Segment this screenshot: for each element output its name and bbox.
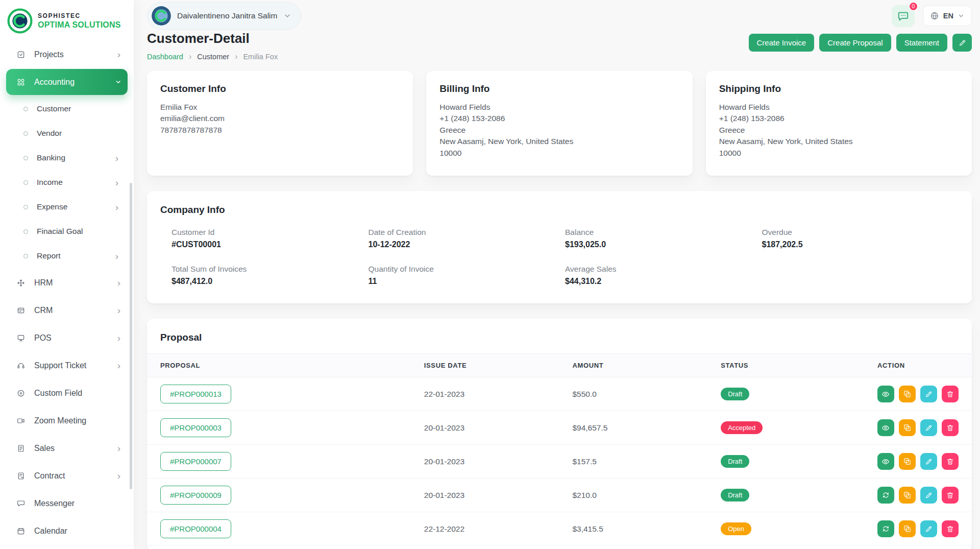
delete-button[interactable] (942, 520, 959, 537)
accounting-icon (15, 78, 27, 86)
breadcrumb-item-dashboard[interactable]: Dashboard (147, 53, 183, 61)
sidebar-item-contract[interactable]: Contract› (6, 463, 128, 489)
statement-button[interactable]: Statement (896, 34, 947, 52)
delete-button[interactable] (942, 453, 959, 470)
notification-badge: 0 (909, 2, 918, 11)
issue-date-cell: 20-01-2023 (411, 411, 559, 445)
sidebar-subitem-expense[interactable]: Expense› (0, 195, 134, 219)
chevron-down-icon (283, 12, 291, 20)
edit-button[interactable] (920, 520, 937, 537)
brand[interactable]: SOPHISTEC OPTIMA SOLUTIONS (0, 0, 134, 40)
sidebar-nav: Projects›Accounting›CustomerVendorBankin… (0, 41, 134, 544)
sidebar-item-hrm[interactable]: HRM› (6, 270, 128, 296)
pencil-icon (959, 39, 966, 46)
column-header-action: ACTION (864, 354, 972, 377)
field-value: $193,025.0 (565, 240, 762, 249)
sidebar-subitem-vendor[interactable]: Vendor (0, 121, 134, 146)
sidebar-subitem-finacial-goal[interactable]: Finacial Goal (0, 219, 134, 244)
sidebar-scrollbar[interactable] (130, 183, 132, 489)
main-content: Daivalentineno Janitra Salim 0 (134, 0, 980, 549)
convert-button[interactable] (877, 487, 894, 504)
sidebar-item-calendar[interactable]: Calendar (6, 518, 128, 544)
chevron-right-icon: › (117, 278, 120, 288)
globe-icon (930, 11, 939, 20)
page-header-left: Customer-Detail Dashboard›Customer›Emili… (147, 31, 278, 61)
sidebar-item-custom-field[interactable]: Custom Field (6, 380, 128, 406)
info-line: New Aasamj, New York, United States (719, 136, 959, 147)
issue-date-cell: 20-01-2023 (411, 445, 559, 479)
user-selector[interactable]: Daivalentineno Janitra Salim (147, 2, 301, 30)
proposal-table-header-row: PROPOSALISSUE DATEAMOUNTSTATUSACTION (147, 354, 972, 377)
nav-label: Messenger (34, 499, 75, 508)
nav-label: Finacial Goal (37, 227, 83, 236)
eye-icon (881, 390, 890, 398)
company-field-date-of-creation: Date of Creation10-12-2022 (369, 228, 566, 249)
view-button[interactable] (877, 386, 894, 402)
proposal-link-prop000004[interactable]: #PROP000004 (160, 519, 231, 538)
info-line: Howard Fields (439, 102, 679, 112)
nav-label: CRM (34, 306, 53, 315)
create-proposal-button[interactable]: Create Proposal (819, 34, 891, 52)
amount-cell: $94,657.5 (559, 411, 707, 445)
info-line: 78787878787878 (160, 125, 400, 135)
proposal-id-cell: #PROP000003 (147, 411, 411, 445)
view-button[interactable] (877, 453, 894, 470)
chevron-down-icon (958, 12, 965, 19)
sidebar-item-pos[interactable]: POS› (6, 325, 128, 351)
proposal-link-prop000007[interactable]: #PROP000007 (160, 452, 231, 471)
sidebar-subitem-customer[interactable]: Customer (0, 97, 134, 121)
chevron-right-icon: › (117, 50, 120, 59)
support-ticket-icon (15, 362, 27, 370)
sidebar-subitem-income[interactable]: Income› (0, 170, 134, 195)
delete-button[interactable] (942, 419, 959, 436)
create-invoice-button[interactable]: Create Invoice (749, 34, 815, 52)
company-field-total-sum-of-invoices: Total Sum of Invoices$487,412.0 (172, 265, 369, 286)
action-cell (864, 512, 972, 546)
sidebar: SOPHISTEC OPTIMA SOLUTIONS Projects›Acco… (0, 0, 134, 549)
duplicate-button[interactable] (899, 386, 916, 402)
duplicate-button[interactable] (899, 453, 916, 470)
sidebar-subitem-report[interactable]: Report› (0, 244, 134, 268)
row-actions (877, 453, 959, 470)
sidebar-item-sales[interactable]: Sales› (6, 435, 128, 461)
company-grid: Customer Id#CUST00001Date of Creation10-… (160, 228, 959, 286)
sidebar-item-projects[interactable]: Projects› (6, 41, 128, 67)
edit-button[interactable] (920, 453, 937, 470)
amount-cell: $550.0 (559, 377, 707, 411)
proposal-link-prop000009[interactable]: #PROP000009 (160, 486, 231, 505)
duplicate-button[interactable] (899, 520, 916, 537)
language-selector[interactable]: EN (923, 6, 972, 26)
proposal-id-cell: #PROP000007 (147, 445, 411, 479)
field-label: Balance (565, 228, 762, 237)
convert-button[interactable] (877, 520, 894, 537)
proposal-link-prop000003[interactable]: #PROP000003 (160, 418, 231, 437)
sidebar-item-support-ticket[interactable]: Support Ticket› (6, 352, 128, 378)
breadcrumb-item-emilia-fox: Emilia Fox (243, 53, 278, 61)
chevron-down-icon: › (114, 80, 124, 83)
edit-button[interactable] (920, 487, 937, 504)
row-actions (877, 520, 959, 537)
sidebar-item-accounting[interactable]: Accounting› (6, 69, 128, 95)
brand-text: SOPHISTEC OPTIMA SOLUTIONS (38, 12, 121, 30)
edit-button[interactable] (920, 386, 937, 402)
table-row: #PROP00000320-01-2023$94,657.5Accepted (147, 411, 972, 445)
sidebar-item-crm[interactable]: CRM› (6, 297, 128, 323)
duplicate-button[interactable] (899, 419, 916, 436)
view-button[interactable] (877, 419, 894, 436)
pos-icon (15, 334, 27, 342)
sidebar-item-zoom-meeting[interactable]: Zoom Meeting (6, 408, 128, 434)
nav-label: Accounting (34, 78, 75, 87)
info-line: 10000 (439, 148, 679, 158)
info-line: +1 (248) 153-2086 (439, 113, 679, 124)
messages-button[interactable]: 0 (892, 5, 915, 27)
trash-icon (946, 390, 954, 398)
proposal-link-prop000013[interactable]: #PROP000013 (160, 385, 231, 403)
delete-button[interactable] (942, 487, 959, 504)
sidebar-subitem-banking[interactable]: Banking› (0, 146, 134, 170)
sidebar-item-messenger[interactable]: Messenger (6, 490, 128, 516)
edit-button[interactable] (920, 419, 937, 436)
action-cell (864, 377, 972, 411)
duplicate-button[interactable] (899, 487, 916, 504)
edit-button[interactable] (952, 34, 972, 52)
delete-button[interactable] (942, 386, 959, 402)
